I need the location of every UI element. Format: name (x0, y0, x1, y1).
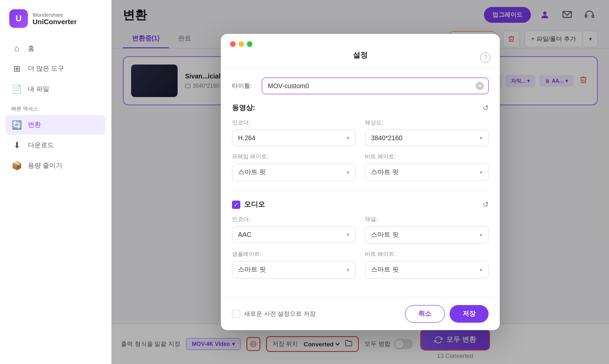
audio-bitrate-label: 비트 레이트: (365, 250, 489, 258)
video-section-header: 동영상: ↺ (232, 104, 489, 112)
encoder-label: 인코더: (232, 119, 356, 127)
modal-body: 타이틀: ✕ 동영상: ↺ 인코더: (221, 68, 500, 297)
sidebar-item-label: 홈 (28, 45, 34, 53)
framerate-label: 프레임 레이트: (232, 153, 356, 161)
chevron-down-icon: ▾ (480, 169, 483, 176)
encoder-field: 인코더: H.264 ▾ (232, 119, 356, 146)
title-row: 타이틀: ✕ (232, 78, 489, 94)
resolution-select[interactable]: 3840*2160 ▾ (365, 130, 489, 146)
audio-checkbox: ✓ 오디오 (232, 200, 265, 209)
audio-bitrate-select[interactable]: 스마트 핏 ▾ (365, 261, 489, 279)
quick-access-label: 빠른 액세스 (0, 99, 111, 115)
bitrate-select[interactable]: 스마트 핏 ▾ (365, 163, 489, 181)
main-content: 변환 업그레이드 변환중(1) 완료 ⚡ 고속 변환 (112, 0, 609, 364)
video-section-title: 동영상: (232, 104, 255, 112)
audio-reset-button[interactable]: ↺ (483, 200, 489, 209)
chevron-down-icon: ▾ (347, 267, 350, 273)
video-section: 동영상: ↺ 인코더: H.264 ▾ 해상도: (232, 104, 489, 181)
grid-icon: ⊞ (11, 64, 22, 74)
audio-section: ✓ 오디오 ↺ 인코더: AAC ▾ (232, 200, 489, 279)
chevron-down-icon: ▾ (480, 135, 483, 141)
save-preset-checkbox[interactable] (232, 310, 240, 318)
sidebar-item-download[interactable]: ⬇ 다운로드 (6, 136, 106, 155)
sidebar: U Wondershare UniConverter ⌂ 홈 ⊞ 더 많은 도구… (0, 0, 112, 364)
clear-input-button[interactable]: ✕ (476, 82, 484, 90)
download-icon: ⬇ (11, 140, 22, 150)
sidebar-nav-quick: 🔄 변환 ⬇ 다운로드 📦 용량 줄이기 (0, 115, 111, 176)
section-divider (232, 190, 489, 191)
samplerate-label: 샘플레이트: (232, 250, 356, 258)
logo-bottom: UniConverter (33, 18, 77, 26)
video-reset-button[interactable]: ↺ (483, 104, 489, 112)
sidebar-item-compress[interactable]: 📦 용량 줄이기 (6, 156, 106, 176)
sidebar-item-more-tools[interactable]: ⊞ 더 많은 도구 (6, 59, 106, 78)
audio-bitrate-field: 비트 레이트: 스마트 핏 ▾ (365, 250, 489, 279)
bitrate-label: 비트 레이트: (365, 153, 489, 161)
compress-icon: 📦 (11, 161, 22, 171)
framerate-field: 프레임 레이트: 스마트 핏 ▾ (232, 153, 356, 181)
help-icon-button[interactable]: ? (480, 52, 490, 63)
audio-encoder-field: 인코더: AAC ▾ (232, 215, 356, 244)
sidebar-item-my-files[interactable]: 📄 내 파일 (6, 79, 106, 99)
channel-field: 채널: 스마트 핏 ▾ (365, 215, 489, 244)
app-logo: U Wondershare UniConverter (0, 9, 111, 39)
title-input[interactable] (262, 78, 489, 94)
convert-icon: 🔄 (11, 120, 22, 130)
sidebar-item-label: 용량 줄이기 (28, 162, 62, 170)
video-grid: 인코더: H.264 ▾ 해상도: 3840*2160 ▾ (232, 119, 489, 181)
minimize-traffic-light[interactable] (238, 41, 244, 47)
audio-grid: 인코더: AAC ▾ 채널: 스마트 핏 ▾ (232, 215, 489, 279)
traffic-lights (221, 34, 500, 47)
settings-modal: 설정 ? 타이틀: ✕ 동영상: ↺ (221, 34, 500, 330)
sidebar-nav-main: ⌂ 홈 ⊞ 더 많은 도구 📄 내 파일 (0, 39, 111, 99)
sidebar-item-convert[interactable]: 🔄 변환 (6, 115, 106, 135)
resolution-label: 해상도: (365, 119, 489, 127)
samplerate-field: 샘플레이트: 스마트 핏 ▾ (232, 250, 356, 279)
audio-checkbox-box[interactable]: ✓ (232, 201, 240, 209)
framerate-select[interactable]: 스마트 핏 ▾ (232, 163, 356, 181)
sidebar-item-label: 내 파일 (28, 85, 49, 93)
samplerate-select[interactable]: 스마트 핏 ▾ (232, 261, 356, 279)
audio-encoder-label: 인코더: (232, 215, 356, 223)
channel-label: 채널: (365, 215, 489, 223)
modal-overlay: 설정 ? 타이틀: ✕ 동영상: ↺ (112, 0, 609, 364)
cancel-button[interactable]: 취소 (405, 305, 445, 323)
encoder-select[interactable]: H.264 ▾ (232, 130, 356, 146)
file-icon: 📄 (11, 84, 22, 94)
save-button[interactable]: 저장 (450, 305, 489, 323)
chevron-down-icon: ▾ (480, 232, 483, 238)
sidebar-item-label: 변환 (28, 121, 41, 129)
sidebar-item-label: 다운로드 (28, 141, 54, 150)
logo-text: Wondershare UniConverter (33, 12, 77, 26)
modal-footer-buttons: 취소 저장 (405, 305, 489, 323)
bitrate-field: 비트 레이트: 스마트 핏 ▾ (365, 153, 489, 181)
title-label: 타이틀: (232, 82, 256, 90)
chevron-down-icon: ▾ (347, 169, 350, 176)
chevron-down-icon: ▾ (480, 267, 483, 273)
sidebar-item-home[interactable]: ⌂ 홈 (6, 39, 106, 58)
sidebar-item-label: 더 많은 도구 (28, 65, 64, 73)
resolution-field: 해상도: 3840*2160 ▾ (365, 119, 489, 146)
save-preset-label: 새로운 사전 설정으로 저장 (244, 310, 316, 318)
save-preset-row: 새로운 사전 설정으로 저장 (232, 310, 316, 318)
audio-encoder-select[interactable]: AAC ▾ (232, 226, 356, 243)
modal-header: 설정 ? (221, 47, 500, 68)
home-icon: ⌂ (11, 44, 22, 53)
close-traffic-light[interactable] (230, 41, 236, 47)
channel-select[interactable]: 스마트 핏 ▾ (365, 226, 489, 244)
logo-icon: U (9, 9, 28, 28)
modal-footer: 새로운 사전 설정으로 저장 취소 저장 (221, 297, 500, 330)
modal-title: 설정 (353, 51, 368, 60)
chevron-down-icon: ▾ (347, 135, 350, 141)
audio-section-header: ✓ 오디오 ↺ (232, 200, 489, 209)
title-input-wrapper: ✕ (262, 78, 489, 94)
audio-section-title: 오디오 (244, 200, 265, 209)
logo-top: Wondershare (33, 12, 77, 18)
maximize-traffic-light[interactable] (247, 41, 252, 47)
chevron-down-icon: ▾ (347, 232, 350, 238)
